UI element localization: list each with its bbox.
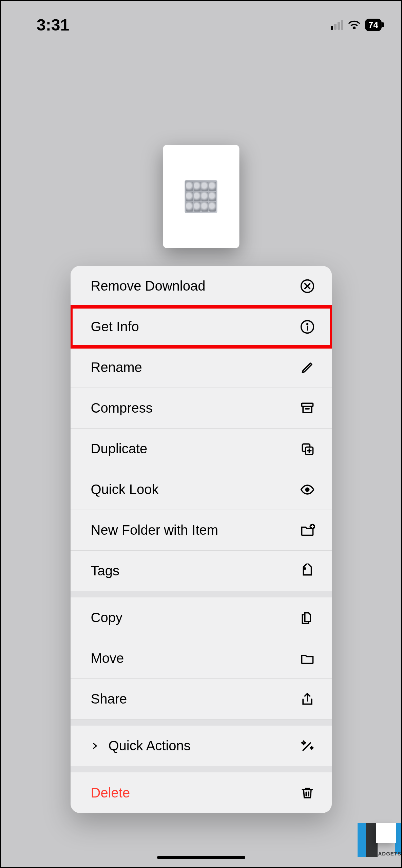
menu-separator — [71, 766, 332, 772]
new-folder-icon — [299, 523, 315, 538]
status-bar: 3:31 74 — [1, 1, 401, 38]
svg-rect-3 — [302, 403, 313, 406]
pencil-icon — [299, 360, 315, 375]
svg-point-6 — [305, 488, 309, 491]
menu-label: Remove Download — [91, 278, 299, 294]
info-icon — [299, 319, 315, 334]
menu-label: Quick Actions — [109, 738, 299, 753]
eye-icon — [299, 482, 315, 497]
compress-item[interactable]: Compress — [71, 388, 332, 429]
rename-item[interactable]: Rename — [71, 347, 332, 388]
status-indicators: 74 — [331, 19, 382, 31]
copy-icon — [299, 610, 315, 625]
menu-label: Copy — [91, 610, 299, 625]
tag-icon — [299, 564, 315, 578]
menu-label: Get Info — [91, 319, 299, 334]
menu-label: New Folder with Item — [91, 522, 299, 538]
remove-download-item[interactable]: Remove Download — [71, 266, 332, 307]
share-item[interactable]: Share — [71, 679, 332, 719]
archive-icon — [299, 401, 315, 416]
wifi-icon — [347, 19, 361, 31]
menu-label: Duplicate — [91, 441, 299, 456]
watermark-text: GADGETS — [374, 851, 401, 856]
folder-icon — [299, 651, 315, 666]
get-info-item[interactable]: Get Info — [71, 307, 332, 347]
duplicate-icon — [299, 441, 315, 456]
svg-point-2 — [306, 323, 308, 324]
tags-item[interactable]: Tags — [71, 551, 332, 591]
menu-label: Tags — [91, 563, 299, 578]
menu-label: Rename — [91, 360, 299, 375]
file-thumbnail-image — [185, 180, 217, 213]
share-icon — [299, 692, 315, 707]
ios-files-context-menu-screen: 3:31 74 Remove Download — [1, 1, 401, 867]
quick-actions-item[interactable]: Quick Actions — [71, 726, 332, 766]
duplicate-item[interactable]: Duplicate — [71, 429, 332, 469]
menu-separator — [71, 591, 332, 597]
home-indicator[interactable] — [157, 856, 245, 859]
chevron-right-icon — [91, 742, 99, 750]
status-time: 3:31 — [37, 16, 69, 34]
cellular-icon — [331, 20, 343, 30]
menu-label: Compress — [91, 400, 299, 416]
wand-icon — [299, 738, 315, 753]
menu-label: Quick Look — [91, 482, 299, 497]
copy-item[interactable]: Copy — [71, 597, 332, 638]
battery-indicator: 74 — [365, 19, 382, 31]
watermark: GADGETS — [358, 823, 401, 857]
trash-icon — [299, 785, 315, 800]
delete-item[interactable]: Delete — [71, 772, 332, 813]
menu-label: Share — [91, 691, 299, 707]
menu-separator — [71, 719, 332, 726]
menu-label: Move — [91, 651, 299, 666]
move-item[interactable]: Move — [71, 638, 332, 679]
menu-label: Delete — [91, 785, 299, 801]
quick-look-item[interactable]: Quick Look — [71, 469, 332, 510]
svg-point-8 — [304, 567, 306, 569]
new-folder-with-item[interactable]: New Folder with Item — [71, 510, 332, 551]
context-menu: Remove Download Get Info Rename Compress — [71, 266, 332, 813]
remove-download-icon — [299, 279, 315, 294]
file-preview-thumbnail[interactable] — [163, 145, 239, 248]
